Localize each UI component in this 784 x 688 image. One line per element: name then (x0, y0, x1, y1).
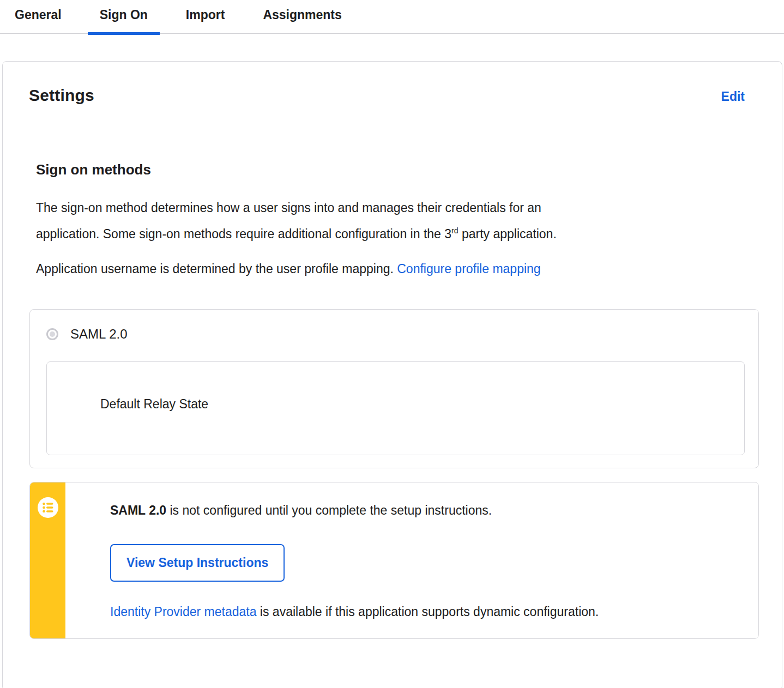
default-relay-state-field[interactable]: Default Relay State (46, 361, 745, 455)
settings-card: Settings Edit Sign on methods The sign-o… (2, 61, 782, 688)
callout-body: SAML 2.0 is not configured until you com… (65, 482, 758, 638)
description-line-2: application. Some sign-on methods requir… (36, 221, 756, 247)
list-icon (38, 497, 58, 518)
page-title: Settings (29, 86, 94, 105)
identity-provider-metadata-link[interactable]: Identity Provider metadata (110, 605, 256, 619)
callout-accent-strip (30, 482, 65, 638)
app-tab-bar: General Sign On Import Assignments (0, 0, 784, 34)
tab-assignments[interactable]: Assignments (251, 2, 353, 33)
tab-general[interactable]: General (3, 2, 74, 33)
edit-button[interactable]: Edit (721, 89, 745, 104)
settings-header: Settings Edit (29, 62, 756, 105)
tab-import[interactable]: Import (174, 2, 237, 33)
saml-warning-callout: SAML 2.0 is not configured until you com… (29, 482, 759, 639)
ordinal-superscript: rd (451, 226, 458, 235)
radio-dot (50, 331, 55, 337)
username-mapping-text: Application username is determined by th… (36, 256, 756, 282)
saml-radio-row: SAML 2.0 (46, 327, 745, 342)
description-line-1: The sign-on method determines how a user… (36, 195, 756, 221)
metadata-text: Identity Provider metadata is available … (110, 605, 747, 619)
section-heading: Sign on methods (36, 161, 756, 178)
sign-on-description: The sign-on method determines how a user… (36, 195, 756, 247)
default-relay-state-label: Default Relay State (100, 397, 744, 412)
callout-message: SAML 2.0 is not configured until you com… (110, 503, 747, 518)
tab-sign-on[interactable]: Sign On (88, 2, 160, 33)
saml-method-box: SAML 2.0 Default Relay State (29, 309, 759, 468)
sign-on-methods-section: Sign on methods The sign-on method deter… (36, 161, 756, 639)
configure-profile-mapping-link[interactable]: Configure profile mapping (397, 262, 540, 276)
view-setup-instructions-button[interactable]: View Setup Instructions (110, 544, 285, 582)
saml-radio-label: SAML 2.0 (70, 327, 128, 342)
saml-radio-button[interactable] (46, 328, 58, 340)
